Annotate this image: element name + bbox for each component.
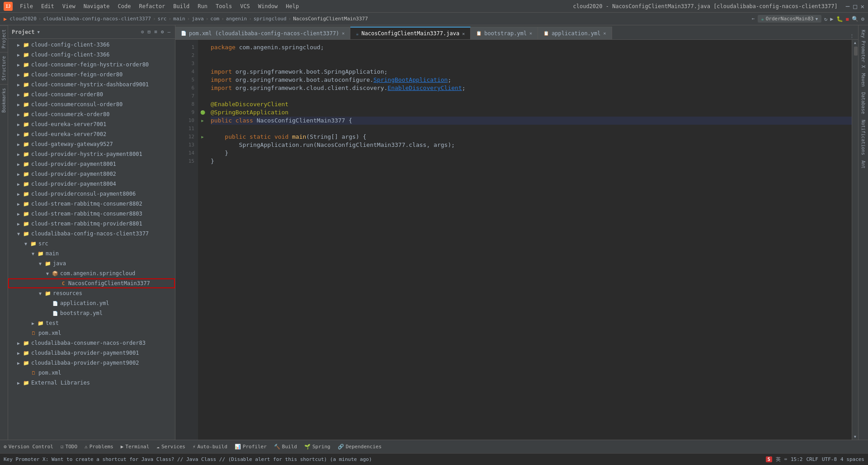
tree-item-cloud-provider-payment8004[interactable]: ▶📁cloud-provider-payment8004 (8, 179, 175, 189)
tab-pom-close[interactable]: ✕ (342, 31, 344, 36)
tree-item-cloud-consumer-hystrix-dashboard9001[interactable]: ▶📁cloud-consumer-hystrix-dashboard9001 (8, 80, 175, 89)
settings-button[interactable]: ⚙ (861, 16, 864, 22)
panel-settings-icon[interactable]: ⚙ (160, 28, 165, 36)
tree-item-src[interactable]: ▼📁src (8, 239, 175, 249)
run-icon-10[interactable]: ▶ (198, 117, 207, 125)
search-button[interactable]: 🔍 (852, 16, 859, 22)
tree-item-resources[interactable]: ▼📁resources (8, 288, 175, 298)
autobuild-tab[interactable]: ⚡ Auto-build (193, 444, 227, 450)
profiler-tab[interactable]: 📊 Profiler (235, 444, 267, 450)
tree-item-cloud-provider-payment8001[interactable]: ▶📁cloud-provider-payment8001 (8, 159, 175, 169)
maven-label[interactable]: Maven (861, 73, 866, 87)
tree-item-cloud-gateway-gateway9527[interactable]: ▶📁cloud-gateway-gateway9527 (8, 139, 175, 149)
tree-item-test[interactable]: ▶📁test (8, 318, 175, 328)
menu-run[interactable]: Run (194, 2, 211, 10)
tree-item-cloud-stream-rabbitmq-consumer8802[interactable]: ▶📁cloud-stream-rabbitmq-consumer8802 (8, 199, 175, 209)
tree-item-pom-xml[interactable]: 🗒pom.xml (8, 328, 175, 338)
tree-item-cloud-eureka-server7001[interactable]: ▶📁cloud-eureka-server7001 (8, 119, 175, 129)
sidebar-structure-label[interactable]: Structure (0, 52, 8, 84)
run-config-selector[interactable]: ☕ OrderNacosMain83 ▼ (758, 15, 821, 23)
menu-vcs[interactable]: VCS (236, 2, 254, 10)
tab-application-yml[interactable]: 📋 application.yml ✕ (538, 27, 612, 39)
tree-item-bootstrap-yml[interactable]: 📄bootstrap.yml (8, 308, 175, 318)
tree-item-cloudalibaba-provider-payment9001[interactable]: ▶📁cloudalibaba-provider-payment9001 (8, 348, 175, 358)
panel-dropdown-icon[interactable]: ▼ (38, 30, 40, 34)
version-control-tab[interactable]: ⚙ Version Control (4, 444, 53, 450)
minimize-button[interactable]: ─ (846, 3, 849, 10)
tree-item-cloud-consumer-order80[interactable]: ▶📁cloud-consumer-order80 (8, 89, 175, 99)
stop-button[interactable]: ◼ (846, 16, 849, 22)
tree-item-cloud-consumer-feign-hystrix-order80[interactable]: ▶📁cloud-consumer-feign-hystrix-order80 (8, 60, 175, 70)
nav-back[interactable]: ← (752, 16, 755, 22)
database-label[interactable]: Database (861, 92, 866, 114)
tab-bootstrap-close[interactable]: ✕ (529, 31, 532, 36)
tab-application-close[interactable]: ✕ (604, 31, 606, 36)
problems-tab[interactable]: ⚠ Problems (85, 444, 113, 450)
dependencies-tab[interactable]: 🔗 Dependencies (338, 444, 382, 450)
scroll-down-arrow[interactable]: ▼ (854, 435, 856, 439)
tree-item-cloud-providerconsul-payment8006[interactable]: ▶📁cloud-providerconsul-payment8006 (8, 189, 175, 199)
scroll-up-arrow[interactable]: ▲ (854, 41, 856, 45)
scroll-thumb[interactable] (854, 47, 858, 56)
run-icon-12[interactable]: ▶ (198, 133, 207, 141)
menu-file[interactable]: File (16, 2, 37, 10)
tab-main-close[interactable]: ✕ (462, 31, 465, 36)
tree-item-cloud-config-client-3366[interactable]: ▶📁cloud-config-client-3366 (8, 50, 175, 60)
run-button[interactable]: ▶ (830, 16, 833, 22)
editor-scrollbar[interactable]: ▲ ▼ (852, 40, 858, 440)
tree-item-cloud-consumer-feign-order80[interactable]: ▶📁cloud-consumer-feign-order80 (8, 70, 175, 80)
menu-refactor[interactable]: Refactor (135, 2, 169, 10)
tree-item-cloud-consumerconsul-order80[interactable]: ▶📁cloud-consumerconsul-order80 (8, 99, 175, 109)
menu-build[interactable]: Build (170, 2, 193, 10)
tree-item-java[interactable]: ▼📁java (8, 258, 175, 268)
tree-item-External-Libraries[interactable]: ▶📁External Libraries (8, 378, 175, 388)
tree-item-application-yml[interactable]: 📄application.yml (8, 298, 175, 308)
tree-item-cloud-config-client-3366[interactable]: ▶📁cloud-config-client-3366 (8, 40, 175, 50)
menu-help[interactable]: Help (282, 2, 302, 10)
tab-bootstrap-yml[interactable]: 📋 bootstrap.yml ✕ (471, 27, 538, 39)
menu-tools[interactable]: Tools (212, 2, 236, 10)
tree-item-cloud-provider-hystrix-payment8001[interactable]: ▶📁cloud-provider-hystrix-payment8001 (8, 149, 175, 159)
tree-item-cloudalibaba-consumer-nacos-order83[interactable]: ▶📁cloudalibaba-consumer-nacos-order83 (8, 338, 175, 348)
tree-item-cloud-consumerzk-order80[interactable]: ▶📁cloud-consumerzk-order80 (8, 109, 175, 119)
todo-tab[interactable]: ☑ TODO (61, 444, 77, 450)
encoding-status[interactable]: UTF-8 (822, 456, 837, 462)
debug-button[interactable]: 🐛 (836, 16, 843, 22)
sidebar-bookmarks-label[interactable]: Bookmarks (0, 84, 8, 116)
tree-item-cloudalibaba-provider-payment9002[interactable]: ▶📁cloudalibaba-provider-payment9002 (8, 358, 175, 368)
tree-item-com-angenin-springcloud[interactable]: ▼📦com.angenin.springcloud (8, 268, 175, 278)
ant-label[interactable]: Ant (861, 160, 866, 169)
menu-edit[interactable]: Edit (38, 2, 58, 10)
notifications-label[interactable]: Notifications (861, 120, 866, 155)
services-tab[interactable]: ☁ Services (156, 444, 185, 450)
menu-window[interactable]: Window (255, 2, 281, 10)
build-tab[interactable]: 🔨 Build (274, 444, 297, 450)
indent-status[interactable]: 4 spaces (840, 456, 864, 462)
tree-item-cloud-stream-rabbitmq-provider8801[interactable]: ▶📁cloud-stream-rabbitmq-provider8801 (8, 219, 175, 229)
close-button[interactable]: ✕ (861, 3, 864, 10)
breadcrumb-home[interactable]: ▶ (4, 16, 7, 22)
code-editor[interactable]: 1 2 3 4 5 6 7 8 9 10 11 12 13 14 15 (175, 40, 858, 440)
refresh-button[interactable]: ↻ (824, 16, 827, 22)
panel-minimize-icon[interactable]: — (166, 28, 171, 36)
tree-item-NacosConfigClientMain3377[interactable]: CNacosConfigClientMain3377 (8, 278, 175, 288)
tree-item-cloud-eureka-server7002[interactable]: ▶📁cloud-eureka-server7002 (8, 129, 175, 139)
tree-item-main[interactable]: ▼📁main (8, 249, 175, 258)
tab-main-java[interactable]: ☕ NacosConfigClientMain3377.java ✕ (350, 27, 471, 39)
collapse-all-icon[interactable]: ⊟ (147, 28, 152, 36)
spring-tab[interactable]: 🌱 Spring (304, 444, 330, 450)
tree-item-cloudalibaba-config-nacos-client3377[interactable]: ▼📁cloudalibaba-config-nacos-client3377 (8, 229, 175, 239)
menu-navigate[interactable]: Navigate (80, 2, 113, 10)
menu-code[interactable]: Code (114, 2, 135, 10)
tree-item-cloud-stream-rabbitmq-consumer8803[interactable]: ▶📁cloud-stream-rabbitmq-consumer8803 (8, 209, 175, 219)
key-promoter-label[interactable]: Key Promoter X (861, 30, 866, 68)
locate-file-icon[interactable]: ⊙ (140, 28, 145, 36)
terminal-tab[interactable]: ▶ Terminal (121, 444, 150, 450)
sidebar-project-label[interactable]: Project (0, 25, 8, 52)
maximize-button[interactable]: □ (853, 3, 857, 10)
tab-recent-icon[interactable]: ⋮ (849, 33, 854, 39)
menu-view[interactable]: View (59, 2, 79, 10)
tree-item-cloud-provider-payment8002[interactable]: ▶📁cloud-provider-payment8002 (8, 169, 175, 179)
code-content[interactable]: package com.angenin.springcloud; import … (207, 40, 852, 440)
tree-item-pom-xml[interactable]: 🗒pom.xml (8, 368, 175, 378)
